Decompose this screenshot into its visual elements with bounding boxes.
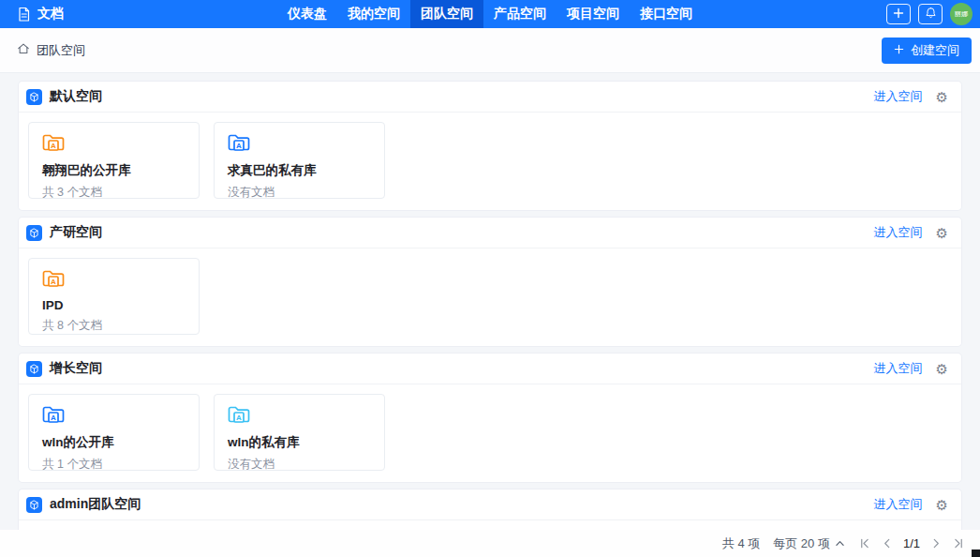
enter-space-link[interactable]: 进入空间 <box>874 224 923 241</box>
breadcrumb-label: 团队空间 <box>37 42 85 59</box>
chevron-up-icon <box>835 536 845 550</box>
library-folder-icon: A <box>228 133 371 156</box>
svg-text:A: A <box>51 414 56 422</box>
space-cube-icon <box>26 361 42 377</box>
section-header: admin团队空间 进入空间 ⚙ <box>19 489 961 520</box>
last-page-button[interactable] <box>953 538 965 549</box>
home-icon[interactable] <box>17 42 30 58</box>
library-folder-icon: A <box>42 405 186 428</box>
space-cube-icon <box>26 89 42 105</box>
pager: 1/1 <box>858 536 965 550</box>
library-title: 求真巴的私有库 <box>228 162 371 179</box>
gear-icon[interactable]: ⚙ <box>936 90 948 104</box>
team-space-list: 默认空间 进入空间 ⚙ A 翱翔巴的公开库 共 3 个文档 <box>0 73 980 557</box>
library-card[interactable]: A wln的私有库 没有文档 <box>214 394 385 471</box>
bell-icon <box>925 6 937 23</box>
library-doc-count: 没有文档 <box>228 457 371 473</box>
document-icon <box>17 7 31 22</box>
library-card[interactable]: A 求真巴的私有库 没有文档 <box>214 122 385 199</box>
card-list: A 翱翔巴的公开库 共 3 个文档 A 求真巴的私有库 <box>19 113 961 210</box>
user-avatar[interactable]: 丽娜 <box>950 3 973 25</box>
svg-text:A: A <box>236 414 242 422</box>
main-nav: 仪表盘 我的空间 团队空间 产品空间 项目空间 接口空间 <box>277 0 703 28</box>
section-title: admin团队空间 <box>50 496 874 513</box>
next-page-button[interactable] <box>932 538 941 549</box>
tab-product-space[interactable]: 产品空间 <box>483 0 557 28</box>
library-card[interactable]: A IPD 共 8 个文档 <box>28 258 200 335</box>
enter-space-link[interactable]: 进入空间 <box>874 496 923 513</box>
add-button[interactable] <box>886 4 911 24</box>
space-cube-icon <box>26 225 42 241</box>
screen-corner-artifact <box>972 549 980 557</box>
library-title: IPD <box>42 298 186 312</box>
gear-icon[interactable]: ⚙ <box>936 362 948 376</box>
section-header: 产研空间 进入空间 ⚙ <box>19 218 961 248</box>
topbar-actions: 丽娜 <box>886 0 973 28</box>
space-section-growth: 增长空间 进入空间 ⚙ A wln的公开库 共 1 个文档 <box>19 354 961 482</box>
tab-dashboard[interactable]: 仪表盘 <box>277 0 337 28</box>
plus-icon <box>893 6 904 23</box>
section-title: 增长空间 <box>50 360 874 377</box>
section-title: 默认空间 <box>50 88 874 105</box>
library-title: wln的私有库 <box>228 434 371 451</box>
topbar: 文档 仪表盘 我的空间 团队空间 产品空间 项目空间 接口空间 <box>0 0 980 28</box>
pagination-bar: 共 4 项 每页 20 项 1/1 <box>0 530 980 557</box>
gear-icon[interactable]: ⚙ <box>936 226 948 240</box>
svg-text:A: A <box>51 278 56 286</box>
library-title: 翱翔巴的公开库 <box>42 162 186 179</box>
section-header: 增长空间 进入空间 ⚙ <box>19 354 961 384</box>
page: 文档 仪表盘 我的空间 团队空间 产品空间 项目空间 接口空间 <box>0 0 980 557</box>
section-header: 默认空间 进入空间 ⚙ <box>19 82 961 113</box>
svg-text:A: A <box>236 142 242 150</box>
app-brand[interactable]: 文档 <box>0 6 64 23</box>
page-size-selector[interactable]: 每页 20 项 <box>773 535 845 552</box>
space-section-default: 默认空间 进入空间 ⚙ A 翱翔巴的公开库 共 3 个文档 <box>19 82 961 210</box>
create-space-label: 创建空间 <box>911 42 959 59</box>
library-folder-icon: A <box>42 133 186 156</box>
card-list: A IPD 共 8 个文档 <box>19 248 961 346</box>
first-page-button[interactable] <box>858 538 870 549</box>
plus-icon <box>894 43 904 57</box>
total-count: 共 4 项 <box>722 535 760 552</box>
library-card[interactable]: A 翱翔巴的公开库 共 3 个文档 <box>28 122 200 199</box>
breadcrumb-bar: 团队空间 创建空间 <box>0 28 980 73</box>
library-card[interactable]: A wln的公开库 共 1 个文档 <box>28 394 200 471</box>
page-indicator: 1/1 <box>903 536 920 550</box>
tab-team-space[interactable]: 团队空间 <box>410 0 483 28</box>
library-doc-count: 共 3 个文档 <box>42 185 186 201</box>
create-space-button[interactable]: 创建空间 <box>882 38 972 64</box>
library-folder-icon: A <box>42 269 186 292</box>
enter-space-link[interactable]: 进入空间 <box>874 88 923 105</box>
gear-icon[interactable]: ⚙ <box>936 498 948 512</box>
space-cube-icon <box>26 497 42 513</box>
prev-page-button[interactable] <box>883 538 891 549</box>
tab-api-space[interactable]: 接口空间 <box>630 0 703 28</box>
library-title: wln的公开库 <box>42 434 186 451</box>
library-doc-count: 没有文档 <box>228 185 371 201</box>
section-title: 产研空间 <box>50 224 874 241</box>
tab-project-space[interactable]: 项目空间 <box>557 0 630 28</box>
notifications-button[interactable] <box>918 4 943 24</box>
library-doc-count: 共 1 个文档 <box>42 457 186 473</box>
svg-text:A: A <box>51 142 56 150</box>
library-folder-icon: A <box>228 405 371 428</box>
tab-my-space[interactable]: 我的空间 <box>337 0 410 28</box>
page-size-label: 每页 20 项 <box>773 535 830 552</box>
enter-space-link[interactable]: 进入空间 <box>874 360 923 377</box>
breadcrumb: 团队空间 <box>0 42 85 59</box>
space-section-rnd: 产研空间 进入空间 ⚙ A IPD 共 8 个文档 <box>19 218 961 346</box>
library-doc-count: 共 8 个文档 <box>42 318 186 334</box>
app-title: 文档 <box>37 6 64 23</box>
card-list: A wln的公开库 共 1 个文档 A wln的私有库 <box>19 384 961 482</box>
